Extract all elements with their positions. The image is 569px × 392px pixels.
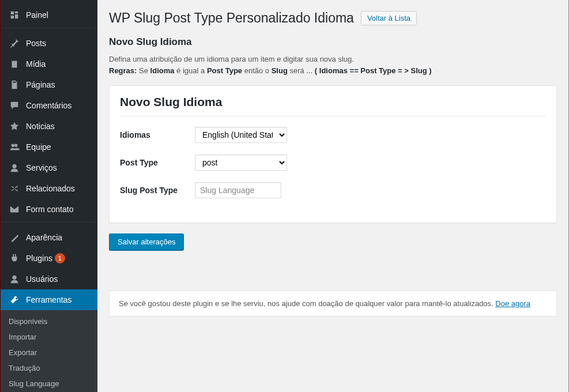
section-rules: Regras: Se Idioma é igual a Post Type en… bbox=[109, 65, 557, 77]
sidebar-item-usuarios[interactable]: Usuários bbox=[1, 269, 97, 289]
sidebar-item-ferramentas[interactable]: Ferramentas bbox=[1, 289, 97, 310]
sidebar-item-aparencia[interactable]: Aparência bbox=[1, 227, 97, 248]
sidebar-item-label: Ferramentas bbox=[26, 295, 71, 304]
sidebar-item-label: Plugins bbox=[26, 254, 52, 263]
page-title: WP Slug Post Type Personalizado Idioma bbox=[109, 10, 354, 26]
sidebar-item-comentarios[interactable]: Comentários bbox=[1, 95, 97, 116]
sidebar-item-label: Usuários bbox=[26, 274, 58, 284]
submenu-item-disponiveis[interactable]: Disponíveis bbox=[1, 314, 97, 329]
menu-separator bbox=[1, 28, 97, 31]
submenu-item-slug-language[interactable]: Slug Language bbox=[1, 376, 97, 391]
save-button[interactable]: Salvar alterações bbox=[109, 233, 184, 250]
sidebar-item-label: Relacionados bbox=[26, 184, 75, 193]
sidebar-item-label: Aparência bbox=[26, 233, 62, 242]
random-icon bbox=[9, 183, 20, 194]
sidebar-item-label: Form contato bbox=[26, 205, 73, 214]
panel-heading: Novo Slug Idioma bbox=[120, 95, 546, 116]
sidebar-item-relacionados[interactable]: Relacionados bbox=[1, 178, 97, 199]
posttype-label: Post Type bbox=[120, 158, 195, 167]
users-icon bbox=[9, 273, 20, 285]
star-icon bbox=[9, 120, 20, 132]
sidebar-item-label: Mídia bbox=[26, 59, 46, 69]
idiomas-select[interactable]: English (United States) bbox=[195, 127, 287, 143]
update-badge: 1 bbox=[55, 253, 65, 263]
section-heading: Novo Slug Idioma bbox=[109, 36, 557, 48]
submenu-ferramentas: Disponíveis Importar Exportar Tradução S… bbox=[1, 310, 97, 392]
svg-point-1 bbox=[14, 144, 17, 147]
section-description: Defina uma atribuição de um idioma para … bbox=[109, 54, 557, 65]
posttype-select[interactable]: post bbox=[195, 154, 287, 171]
pin-icon bbox=[9, 37, 20, 49]
menu-separator bbox=[1, 222, 97, 225]
sidebar-item-label: Posts bbox=[26, 39, 46, 48]
sidebar-item-label: Equipe bbox=[26, 142, 51, 152]
svg-point-0 bbox=[12, 144, 14, 147]
slug-input[interactable] bbox=[195, 182, 281, 198]
form-panel: Novo Slug Idioma Idiomas English (United… bbox=[109, 85, 557, 223]
idiomas-label: Idiomas bbox=[120, 130, 195, 140]
donate-link[interactable]: Doe agora bbox=[495, 299, 530, 308]
sidebar-item-noticias[interactable]: Noticias bbox=[1, 116, 97, 137]
sidebar-item-label: Noticias bbox=[26, 122, 55, 131]
user-icon bbox=[9, 162, 20, 174]
svg-point-3 bbox=[12, 276, 16, 280]
admin-sidebar: Painel Posts Mídia Páginas Comentários N… bbox=[1, 0, 97, 392]
sidebar-item-label: Serviços bbox=[26, 163, 57, 172]
plugins-icon bbox=[9, 252, 20, 264]
pages-icon bbox=[9, 79, 20, 91]
sidebar-item-plugins[interactable]: Plugins 1 bbox=[1, 248, 97, 269]
form-row-slug: Slug Post Type bbox=[120, 182, 546, 198]
sidebar-item-label: Páginas bbox=[26, 80, 55, 89]
sidebar-item-midia[interactable]: Mídia bbox=[1, 54, 97, 74]
back-to-list-button[interactable]: Voltar à Lista bbox=[361, 11, 417, 25]
media-icon bbox=[9, 58, 20, 70]
dashboard-icon bbox=[9, 9, 20, 21]
slug-label: Slug Post Type bbox=[120, 186, 195, 195]
sidebar-item-servicos[interactable]: Serviços bbox=[1, 157, 97, 178]
submenu-item-exportar[interactable]: Exportar bbox=[1, 345, 97, 360]
submenu-item-traducao[interactable]: Tradução bbox=[1, 360, 97, 376]
svg-point-2 bbox=[12, 164, 16, 168]
sidebar-item-posts[interactable]: Posts bbox=[1, 33, 97, 54]
page-header: WP Slug Post Type Personalizado Idioma V… bbox=[109, 10, 557, 26]
sidebar-item-equipe[interactable]: Equipe bbox=[1, 137, 97, 157]
main-content: WP Slug Post Type Personalizado Idioma V… bbox=[97, 0, 568, 392]
sidebar-item-paginas[interactable]: Páginas bbox=[1, 74, 97, 95]
tools-icon bbox=[9, 294, 20, 306]
appearance-icon bbox=[9, 232, 20, 243]
sidebar-item-label: Comentários bbox=[26, 101, 71, 110]
comments-icon bbox=[9, 100, 20, 111]
donation-text: Se você gostou deste plugin e se lhe ser… bbox=[119, 299, 493, 308]
email-icon bbox=[9, 203, 20, 215]
groups-icon bbox=[9, 141, 20, 153]
sidebar-item-label: Painel bbox=[26, 10, 48, 20]
donation-note: Se você gostou deste plugin e se lhe ser… bbox=[109, 291, 557, 316]
submenu-item-importar[interactable]: Importar bbox=[1, 329, 97, 345]
sidebar-item-form-contato[interactable]: Form contato bbox=[1, 199, 97, 220]
sidebar-item-painel[interactable]: Painel bbox=[1, 5, 97, 25]
form-row-posttype: Post Type post bbox=[120, 154, 546, 171]
form-row-idiomas: Idiomas English (United States) bbox=[120, 127, 546, 143]
